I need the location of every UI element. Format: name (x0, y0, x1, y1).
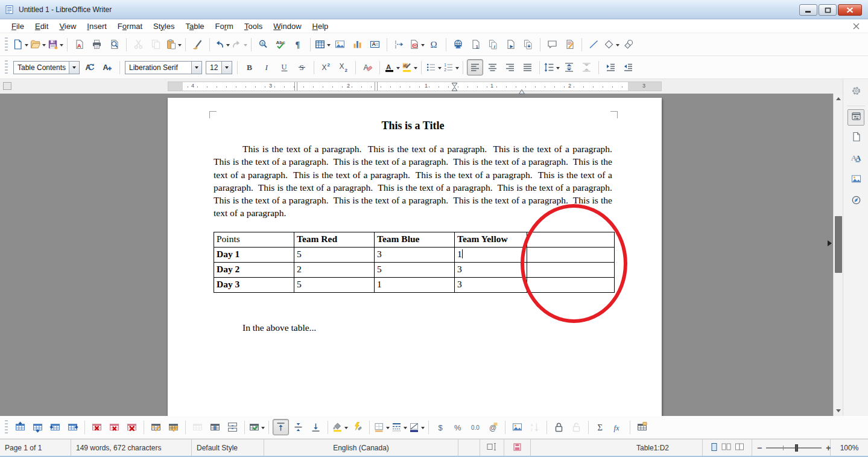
scroll-down-button[interactable] (834, 406, 843, 415)
basic-shapes-button[interactable] (603, 36, 619, 53)
dropdown-arrow-icon[interactable] (261, 427, 265, 431)
table-header-cell[interactable]: Points (214, 232, 294, 248)
rows-below-button[interactable] (30, 419, 46, 435)
align-left-button[interactable] (467, 59, 483, 75)
strikethrough-button[interactable]: S (294, 59, 310, 75)
document-paragraph-below-table[interactable]: In the above table... (214, 322, 612, 333)
table-cell[interactable]: 5 (294, 278, 375, 293)
zoom-slider[interactable]: − + (752, 439, 831, 456)
border-style-button[interactable] (391, 419, 407, 435)
table-cell[interactable]: 3 (455, 278, 527, 293)
font-name-dropdown-button[interactable] (191, 62, 201, 74)
zoom-slider-track[interactable] (766, 447, 822, 449)
paragraph-style-combobox[interactable]: Table Contents (13, 61, 80, 74)
selection-mode-field[interactable] (480, 439, 504, 456)
zoom-percentage[interactable]: 100% (831, 439, 868, 456)
border-color-button[interactable] (408, 419, 425, 435)
delete-rows-button[interactable] (89, 419, 105, 435)
table-header-cell[interactable]: Team Red (294, 232, 375, 248)
align-bottom-button[interactable] (308, 419, 324, 435)
undo-button[interactable] (214, 36, 230, 53)
minimize-button[interactable] (799, 4, 817, 16)
paste-button[interactable] (165, 36, 182, 53)
toolbar-grip[interactable] (5, 60, 8, 75)
open-button[interactable] (30, 36, 46, 53)
styles-deck-button[interactable]: AA (847, 151, 864, 167)
find-replace-button[interactable]: a (255, 36, 271, 53)
table-cell[interactable] (527, 278, 615, 293)
scroll-up-button[interactable] (834, 94, 843, 103)
split-cells-button[interactable] (207, 419, 223, 435)
scrollbar-thumb[interactable] (835, 216, 842, 273)
endnote-button[interactable]: i (485, 36, 501, 53)
title-bar[interactable]: Untitled 1 - LibreOffice Writer (0, 0, 868, 19)
dropdown-arrow-icon[interactable] (244, 44, 247, 48)
properties-deck-button[interactable] (847, 109, 864, 126)
table-header-cell[interactable]: Team Yellow (455, 232, 527, 248)
sidebar-toggle-arrow[interactable] (828, 240, 835, 246)
justify-button[interactable] (519, 59, 536, 75)
right-indent-marker[interactable] (519, 86, 525, 97)
navigator-deck-button[interactable] (847, 193, 864, 209)
dropdown-arrow-icon[interactable] (455, 67, 459, 71)
special-character-button[interactable]: Ω (426, 36, 442, 53)
font-name-combobox[interactable]: Liberation Serif (125, 61, 202, 74)
multi-page-view-icon[interactable] (721, 443, 731, 453)
maximize-button[interactable] (819, 4, 837, 16)
dropdown-arrow-icon[interactable] (616, 44, 619, 48)
delete-table-button[interactable] (124, 419, 140, 435)
menu-form[interactable]: Form (210, 21, 239, 32)
print-button[interactable] (89, 36, 105, 53)
save-status-field[interactable] (504, 439, 531, 456)
menu-tools[interactable]: Tools (239, 21, 268, 32)
table-cell[interactable]: 3 (455, 263, 527, 278)
table-column-divider[interactable] (375, 82, 378, 91)
currency-format-button[interactable]: $ (432, 419, 449, 435)
gallery-deck-button[interactable] (847, 172, 864, 188)
dropdown-arrow-icon[interactable] (25, 44, 28, 48)
bookmark-button[interactable] (502, 36, 519, 53)
dropdown-arrow-icon[interactable] (327, 44, 331, 48)
dropdown-arrow-icon[interactable] (421, 427, 425, 431)
indent-marker[interactable] (452, 83, 457, 94)
dropdown-arrow-icon[interactable] (178, 44, 182, 48)
new-document-button[interactable] (12, 36, 28, 53)
save-button[interactable] (47, 36, 63, 53)
menu-window[interactable]: Window (268, 21, 306, 32)
dropdown-arrow-icon[interactable] (404, 427, 407, 431)
insert-textbox-button[interactable]: A (367, 36, 383, 53)
rows-above-button[interactable] (12, 419, 28, 435)
borders-button[interactable] (373, 419, 390, 435)
cell-background-color-button[interactable] (332, 419, 348, 435)
dropdown-arrow-icon[interactable] (344, 427, 348, 431)
vertical-scrollbar[interactable] (833, 94, 843, 416)
cross-reference-button[interactable] (520, 36, 536, 53)
line-spacing-button[interactable] (543, 59, 560, 75)
menu-file[interactable]: File (6, 21, 30, 32)
table-cell[interactable] (527, 263, 615, 278)
word-count-field[interactable]: 149 words, 672 characters (71, 439, 192, 456)
font-size-combobox[interactable]: 12 (206, 61, 232, 74)
dropdown-arrow-icon[interactable] (396, 67, 400, 71)
table-cell[interactable]: 2 (294, 263, 375, 278)
center-vertically-button[interactable] (290, 419, 306, 435)
dropdown-arrow-icon[interactable] (386, 427, 390, 431)
document-heading[interactable]: This is a Title (214, 120, 612, 132)
dropdown-arrow-icon[interactable] (60, 44, 63, 48)
split-table-button[interactable] (224, 419, 241, 435)
formula-button[interactable]: fx (610, 419, 626, 435)
columns-after-button[interactable] (65, 419, 81, 435)
bullet-list-button[interactable] (425, 59, 442, 75)
underline-button[interactable]: U (276, 59, 293, 75)
page-number-field[interactable]: Page 1 of 1 (0, 439, 71, 456)
table-cell[interactable]: 5 (375, 263, 455, 278)
dropdown-arrow-icon[interactable] (556, 67, 560, 71)
select-cell-button[interactable] (148, 419, 164, 435)
sum-button[interactable]: Σ (592, 419, 609, 435)
footnote-button[interactable]: 1 (467, 36, 484, 53)
menu-format[interactable]: Format (112, 21, 148, 32)
increase-indent-button[interactable] (603, 59, 619, 75)
clear-formatting-button[interactable]: A (360, 59, 376, 75)
hyperlink-button[interactable] (450, 36, 466, 53)
decrease-indent-button[interactable] (620, 59, 636, 75)
